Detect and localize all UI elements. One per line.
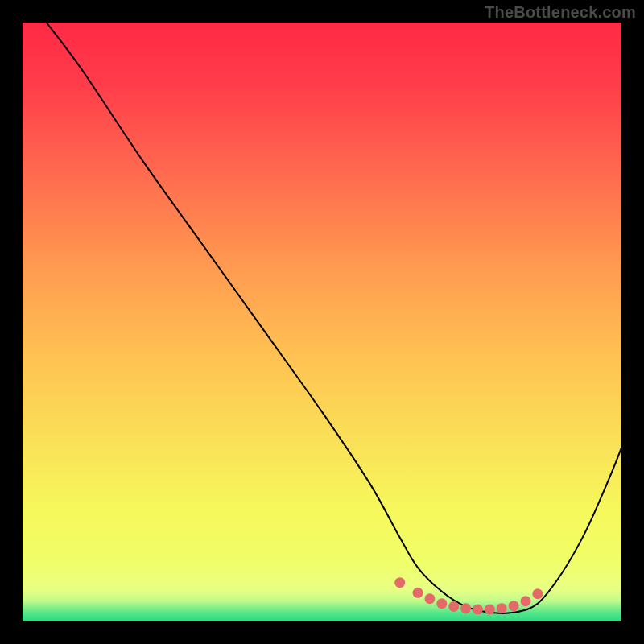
trough-dot xyxy=(394,577,405,588)
trough-dot xyxy=(460,603,471,613)
trough-dot xyxy=(436,598,447,609)
trough-dot xyxy=(473,605,483,615)
trough-dot xyxy=(497,603,507,613)
trough-dot xyxy=(485,605,495,615)
chart-frame: TheBottleneck.com xyxy=(0,0,644,644)
bottleneck-chart xyxy=(23,23,621,621)
trough-dot xyxy=(520,596,530,606)
trough-dot xyxy=(509,601,519,611)
trough-dot xyxy=(424,593,435,604)
trough-dot xyxy=(448,601,459,612)
trough-dot xyxy=(532,588,543,599)
trough-dot xyxy=(413,588,423,598)
plot-background xyxy=(23,23,621,621)
watermark-text: TheBottleneck.com xyxy=(485,3,636,22)
